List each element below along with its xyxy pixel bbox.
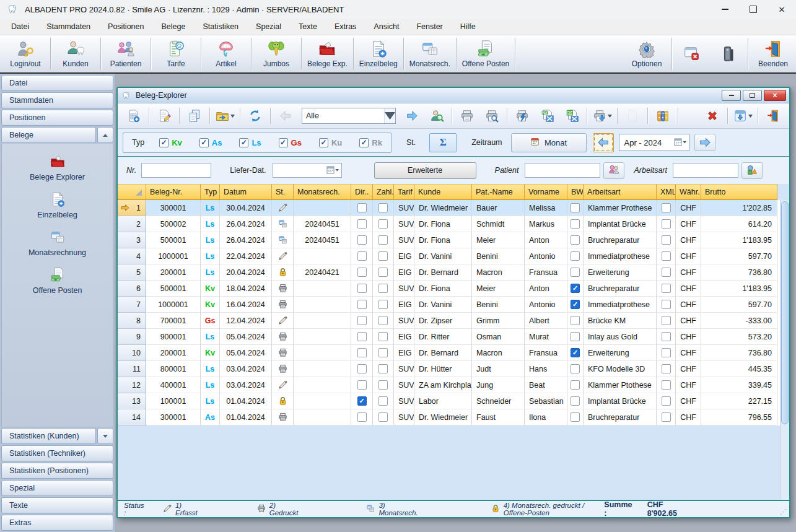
- sidebar-section-positionen[interactable]: Positionen: [1, 110, 113, 126]
- dir-checkbox[interactable]: [357, 364, 367, 373]
- sidebar-item-monatsrechnung[interactable]: Monatsrechnung: [2, 225, 113, 261]
- menu-belege[interactable]: Belege: [152, 22, 194, 31]
- menu-extras[interactable]: Extras: [326, 22, 365, 31]
- zahl-checkbox[interactable]: [378, 348, 388, 357]
- sidebar-section-statistiken-positionen[interactable]: Statistiken (Positionen): [1, 463, 113, 479]
- zahl-checkbox[interactable]: [378, 380, 388, 390]
- xml-checkbox[interactable]: [662, 348, 671, 357]
- belege-exp-button[interactable]: Belege Exp.: [302, 35, 352, 72]
- typ-checkbox-rk[interactable]: [359, 138, 369, 147]
- patient-input[interactable]: [525, 163, 600, 178]
- shutdown-button[interactable]: [710, 35, 747, 72]
- sidebar-section-texte[interactable]: Texte: [1, 497, 113, 513]
- app-minimize-button[interactable]: [711, 0, 739, 19]
- zahl-checkbox[interactable]: [378, 300, 388, 309]
- zahl-checkbox[interactable]: [378, 235, 388, 245]
- login-out-button[interactable]: Login/out: [1, 35, 50, 72]
- patienten-button[interactable]: Patienten: [102, 35, 150, 72]
- menu-spezial[interactable]: Spezial: [247, 22, 290, 31]
- xml-checkbox[interactable]: [662, 219, 671, 229]
- window-download-button[interactable]: [730, 106, 755, 126]
- table-row[interactable]: 12400001Ls03.04.2024SUVZA am KirchplatzJ…: [118, 377, 789, 393]
- column-header-st[interactable]: St.: [272, 184, 294, 200]
- app-maximize-button[interactable]: [739, 0, 768, 19]
- table-row[interactable]: 9900001Ls05.04.2024EIGDr. RitterOsmanMur…: [118, 329, 789, 345]
- bw-checkbox[interactable]: [571, 203, 580, 212]
- optionen-button[interactable]: Optionen: [623, 35, 671, 72]
- xml-checkbox[interactable]: [662, 380, 671, 390]
- zahl-checkbox[interactable]: [378, 396, 388, 406]
- period-select[interactable]: Apr - 2024: [619, 134, 689, 151]
- column-header-monatsrech[interactable]: Monatsrech.: [294, 184, 351, 200]
- liefer-dat-input[interactable]: [273, 163, 342, 178]
- xml-checkbox[interactable]: [662, 332, 671, 341]
- sidebar-section-statistiken-kunden[interactable]: Statistiken (Kunden): [1, 428, 96, 444]
- sidebar-item-belege-explorer[interactable]: Belege Explorer: [2, 150, 113, 185]
- erweiterte-button[interactable]: Erweiterte: [374, 162, 476, 179]
- print-download-button[interactable]: [590, 106, 614, 126]
- table-row[interactable]: 6500001Kv18.04.2024SUVDr. FionaMeierAnto…: [118, 281, 789, 297]
- print-preview-button[interactable]: [479, 106, 504, 126]
- xml-checkbox[interactable]: [662, 364, 671, 373]
- xml-checkbox[interactable]: [662, 235, 671, 245]
- xml-checkbox[interactable]: [662, 316, 671, 325]
- exit-door-button[interactable]: [761, 106, 785, 126]
- vertical-scrollbar[interactable]: [780, 200, 789, 500]
- column-header-w-hr[interactable]: Währ.: [676, 184, 701, 200]
- sidebar-section-belege[interactable]: Belege: [1, 127, 96, 143]
- zahl-checkbox[interactable]: [378, 203, 388, 212]
- table-row[interactable]: 5200001Ls20.04.202420240421EIGDr. Bernar…: [118, 264, 789, 281]
- table-row[interactable]: 1300001Ls30.04.2024SUVDr. WiedmeierBauer…: [118, 200, 789, 216]
- new-document-button[interactable]: [121, 106, 146, 126]
- menu-texte[interactable]: Texte: [290, 22, 326, 31]
- dir-checkbox[interactable]: [357, 219, 367, 229]
- menu-statistiken[interactable]: Statistiken: [194, 22, 247, 31]
- dir-checkbox[interactable]: [357, 268, 367, 277]
- app-close-button[interactable]: ×: [768, 0, 796, 19]
- zahl-checkbox[interactable]: [378, 332, 388, 341]
- dir-checkbox[interactable]: [357, 332, 367, 341]
- pdf-xml-mail-button[interactable]: PDFXML: [559, 106, 584, 126]
- dir-checkbox[interactable]: [357, 396, 367, 406]
- bw-checkbox[interactable]: [571, 251, 580, 261]
- filter-typ-ls[interactable]: Ls: [239, 138, 261, 147]
- table-row[interactable]: 11800001Ls03.04.2024SUVDr. HütterJudtHan…: [118, 361, 789, 377]
- menu-ansicht[interactable]: Ansicht: [365, 22, 408, 31]
- column-header-corner[interactable]: [118, 184, 146, 200]
- bw-checkbox[interactable]: [571, 284, 580, 293]
- sidebar-section-datei[interactable]: Datei: [1, 75, 113, 91]
- zahl-checkbox[interactable]: [378, 268, 388, 277]
- offene-posten-button[interactable]: Offene Posten: [457, 35, 515, 72]
- print-button[interactable]: [455, 106, 479, 126]
- xml-checkbox[interactable]: [662, 284, 671, 293]
- export-folder-button[interactable]: [212, 106, 237, 126]
- sidebar-section-statistiken-techniker[interactable]: Statistiken (Techniker): [1, 445, 113, 461]
- dir-checkbox[interactable]: [357, 284, 367, 293]
- zahl-checkbox[interactable]: [378, 219, 388, 229]
- zahl-checkbox[interactable]: [378, 284, 388, 293]
- print-quick-button[interactable]: [510, 106, 535, 126]
- nav-forward-button[interactable]: [400, 106, 424, 126]
- arbeitsart-input[interactable]: [673, 163, 738, 178]
- sidebar-expand-button[interactable]: [97, 428, 113, 444]
- dir-checkbox[interactable]: [357, 203, 367, 212]
- table-row[interactable]: 10200001Kv05.04.2024EIGDr. BernardMacron…: [118, 345, 789, 361]
- menu-positionen[interactable]: Positionen: [99, 22, 152, 31]
- dir-checkbox[interactable]: [357, 251, 367, 261]
- bw-checkbox[interactable]: [571, 332, 580, 341]
- pdf-mail-button[interactable]: PDF: [535, 106, 559, 126]
- window-minimize-button[interactable]: [722, 90, 741, 101]
- xml-checkbox[interactable]: [662, 300, 671, 309]
- table-row[interactable]: 3500001Ls26.04.202420240451SUVDr. FionaM…: [118, 232, 789, 248]
- arbeitsart-search-button[interactable]: [741, 162, 763, 179]
- window-close-button[interactable]: ×: [764, 90, 786, 101]
- sidebar-section-spezial[interactable]: Spezial: [1, 480, 113, 496]
- refresh-button[interactable]: [243, 106, 268, 126]
- resize-grip[interactable]: ⋰: [780, 508, 787, 516]
- dir-checkbox[interactable]: [357, 380, 367, 390]
- zahl-checkbox[interactable]: [378, 364, 388, 373]
- kunden-button[interactable]: Kunden: [51, 35, 100, 72]
- xml-checkbox[interactable]: [662, 268, 671, 277]
- zahl-checkbox[interactable]: [378, 412, 388, 422]
- filter-typ-as[interactable]: As: [199, 138, 222, 147]
